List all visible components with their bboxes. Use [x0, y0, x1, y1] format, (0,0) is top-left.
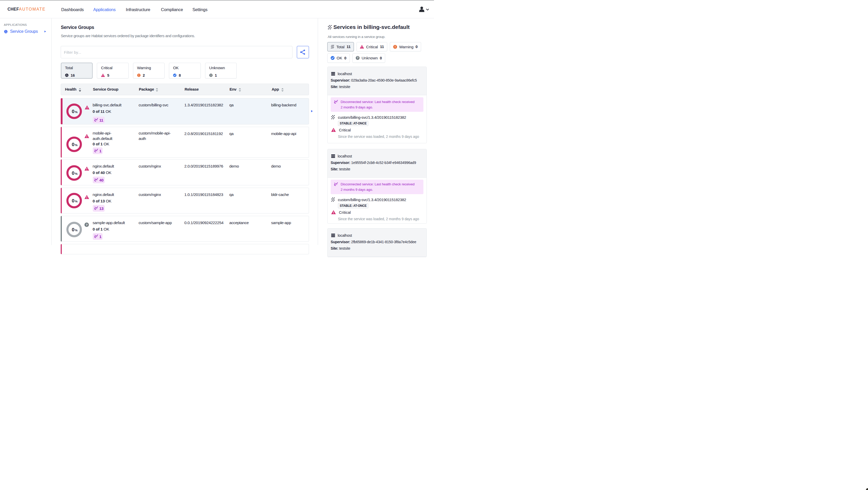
svg-text:%: % [75, 110, 78, 113]
svg-text:%: % [75, 229, 78, 232]
svg-text:?: ? [357, 57, 358, 59]
svg-text:0: 0 [71, 198, 74, 203]
svg-text:0: 0 [71, 227, 74, 232]
svg-text:?: ? [86, 223, 87, 226]
svg-text:0: 0 [71, 142, 74, 147]
svg-text:0: 0 [71, 109, 74, 114]
svg-text:0: 0 [71, 170, 74, 176]
svg-text:%: % [75, 172, 78, 175]
svg-text:%: % [75, 143, 78, 146]
svg-text:?: ? [210, 74, 212, 77]
svg-text:%: % [75, 200, 78, 203]
